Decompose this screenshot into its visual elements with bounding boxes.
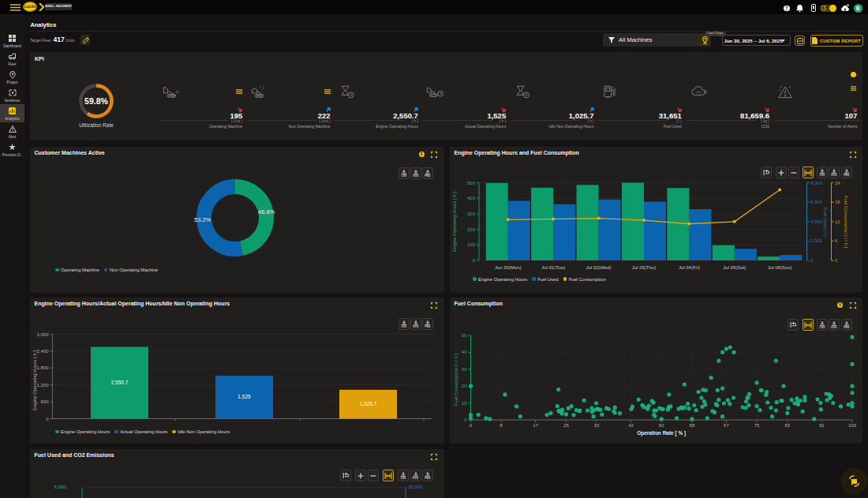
- svg-text:Jul 01(Tue): Jul 01(Tue): [541, 265, 565, 270]
- svg-text:Fuel Consumption [ l / h ]: Fuel Consumption [ l / h ]: [454, 353, 458, 406]
- svg-text:1,200: 1,200: [36, 383, 49, 388]
- svg-text:0: 0: [470, 423, 473, 428]
- svg-text:Jul 05(Sat): Jul 05(Sat): [723, 265, 746, 270]
- svg-text:2,000: 2,000: [810, 238, 823, 243]
- svg-text:40: 40: [462, 350, 467, 354]
- svg-text:33: 33: [594, 423, 600, 428]
- svg-text:2,550.7: 2,550.7: [111, 380, 129, 385]
- svg-text:100: 100: [848, 423, 857, 428]
- svg-text:100: 100: [467, 242, 476, 247]
- svg-text:Fuel Consumption [ l / h ]: Fuel Consumption [ l / h ]: [844, 196, 848, 249]
- svg-text:24: 24: [835, 181, 840, 185]
- svg-text:8,000: 8,000: [810, 181, 823, 185]
- svg-text:0: 0: [810, 258, 814, 263]
- svg-text:Jul 03(Thu): Jul 03(Thu): [632, 265, 656, 270]
- svg-text:50: 50: [462, 333, 467, 338]
- svg-text:CO₂: CO₂: [695, 90, 702, 94]
- svg-text:200: 200: [467, 227, 476, 232]
- svg-text:1,800: 1,800: [36, 365, 49, 370]
- svg-text:20: 20: [462, 384, 467, 388]
- svg-text:10: 10: [462, 401, 467, 406]
- svg-text:17: 17: [533, 423, 538, 428]
- svg-text:0: 0: [46, 417, 49, 421]
- svg-text:42: 42: [628, 423, 634, 428]
- svg-text:75: 75: [754, 423, 760, 428]
- svg-text:83: 83: [784, 423, 790, 428]
- svg-text:12: 12: [835, 219, 840, 224]
- svg-text:6: 6: [835, 238, 838, 243]
- svg-text:Operation Rate [ % ]: Operation Rate [ % ]: [637, 430, 686, 436]
- svg-text:4,000: 4,000: [810, 219, 823, 224]
- svg-text:300: 300: [467, 212, 476, 216]
- svg-text:1,525: 1,525: [238, 394, 251, 399]
- svg-text:25: 25: [563, 423, 569, 428]
- svg-text:Jul 04(Fri): Jul 04(Fri): [679, 265, 700, 270]
- svg-text:92: 92: [819, 423, 825, 428]
- svg-text:Jul 06(Sun): Jul 06(Sun): [768, 265, 792, 270]
- svg-text:1,025.7: 1,025.7: [360, 401, 377, 406]
- svg-text:Jul 02(Wed): Jul 02(Wed): [586, 265, 611, 270]
- svg-text:Fuel Used [ l ]: Fuel Used [ l ]: [823, 207, 828, 236]
- svg-text:67: 67: [724, 423, 729, 428]
- svg-text:0: 0: [473, 258, 476, 263]
- svg-text:400: 400: [467, 196, 476, 200]
- svg-text:Jun 30(Mon): Jun 30(Mon): [495, 265, 522, 270]
- svg-text:2,400: 2,400: [36, 349, 49, 354]
- svg-text:18: 18: [835, 200, 840, 204]
- svg-text:6,000: 6,000: [810, 200, 823, 204]
- svg-text:Engine Operating Hours [ h ]: Engine Operating Hours [ h ]: [452, 192, 457, 252]
- svg-text:8: 8: [500, 423, 503, 428]
- svg-text:3,000: 3,000: [36, 332, 49, 337]
- svg-text:500: 500: [467, 181, 476, 185]
- svg-text:Engine Operating Hours [ h ]: Engine Operating Hours [ h ]: [32, 350, 37, 410]
- svg-text:600: 600: [40, 399, 49, 404]
- svg-text:50: 50: [659, 423, 664, 428]
- svg-text:30: 30: [462, 367, 467, 372]
- svg-text:58: 58: [690, 423, 695, 428]
- svg-text:0: 0: [464, 417, 467, 422]
- svg-text:0: 0: [835, 258, 838, 263]
